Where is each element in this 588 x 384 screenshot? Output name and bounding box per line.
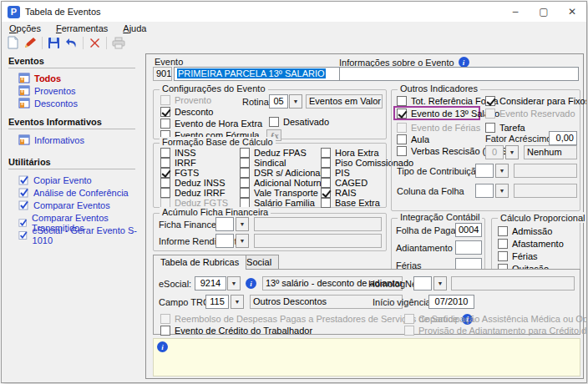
checkbox-provisao-adiantamento[interactable]: Provisão de Adiantamento para Crédito do… [404,325,587,336]
checkbox-label: Desativado [283,117,329,127]
sidebar-item-proventos[interactable]: Proventos [18,85,76,96]
checkbox-desativado[interactable]: Desativado [269,116,329,128]
checkbox-box [485,96,495,106]
tipo-contribuicao-value[interactable] [475,164,494,178]
checkbox-tot-referencia-folha[interactable]: Tot. Referência Folha [397,95,499,107]
checkbox-evento-reservado[interactable]: Evento Reservado [485,108,575,119]
checkbox-evento-ferias[interactable]: Evento de Férias [397,122,480,134]
sidebar-item-descontos[interactable]: Descontos [18,98,78,109]
campo-trct-dropdown[interactable]: ▼ [231,295,244,309]
checkbox-box [404,326,414,336]
homolognet-text [451,276,575,291]
esocial-label: eSocial: [159,279,191,289]
informe-rendimentos-text [254,234,382,248]
title-bar: P Tabela de Eventos – ▢ ✕ [2,2,586,22]
edit-pencil-icon[interactable] [22,35,39,50]
checkbox-evento-13-salario[interactable]: Evento de 13º Salário [397,108,499,119]
checkbox-box [160,95,170,105]
rescisao-combo-text: Nenhum [524,145,577,159]
checkbox-box [160,107,170,117]
ficha-financeira-dropdown[interactable]: ▼ [236,217,249,231]
menu-opcoes[interactable]: Opções [2,23,48,33]
toolbar [2,34,586,51]
info-icon[interactable] [246,278,256,289]
checkbox-box [404,314,414,324]
adiantamento-label: Adiantamento [396,243,453,253]
close-button[interactable]: ✕ [558,2,586,22]
homolognet-dropdown[interactable]: ▼ [433,276,447,291]
sidebar-item-copiar-evento[interactable]: Copiar Evento [18,175,92,185]
checkbox-box [160,326,170,336]
coluna-folha-value[interactable] [475,184,494,198]
checkbox-box [160,314,170,324]
checkbox-box [397,134,407,144]
toolbar-separator [106,37,107,49]
informe-rendimentos-dropdown[interactable]: ▼ [236,234,249,248]
undo-icon[interactable] [63,35,80,50]
checkbox-coparticipacao[interactable]: Coparticipação Assistência Médica ou Odo… [404,313,587,325]
coluna-folha-label: Coluna da Folha [397,186,464,196]
new-document-icon[interactable] [4,35,22,50]
tab-tabela-rubricas[interactable]: Tabela de Rubricas [153,255,246,270]
checkbox-hora-extra-evento[interactable]: Evento de Hora Extra [160,118,262,129]
inicio-vigencia-label: Início vigência: [373,297,433,307]
adiantamento-field[interactable] [455,240,482,255]
menu-ajuda[interactable]: Ajuda [115,23,154,33]
checkbox-box [269,117,279,127]
menu-ferramentas[interactable]: Ferramentas [48,23,115,33]
group-title: Cálculo Proporcional [500,213,585,223]
sidebar-item-label: Proventos [34,86,76,96]
ficha-financeira-value[interactable] [215,217,234,231]
campo-trct-value[interactable]: 115 [205,295,229,309]
checkbox-aula[interactable]: Aula [397,134,429,145]
sidebar: Eventos Todos Proventos Descontos Evento… [2,51,144,382]
sidebar-item-label: Copiar Evento [33,175,92,185]
checkbox-considerar-fixos[interactable]: Considerar para Fixos Salariais [485,95,587,107]
checkbox-afastamento[interactable]: Afastamento [498,238,564,250]
homolognet-value[interactable] [413,276,432,291]
info-icon[interactable] [157,341,168,352]
main-panel: Evento 901 PRIMEIRA PARCELA 13º SALARIO … [145,53,584,379]
rotina-value[interactable]: 05 [269,94,288,109]
tipo-contribuicao-dropdown[interactable]: ▼ [495,164,509,178]
checkbox-base-extra[interactable]: Base Extra [321,197,380,209]
checkbox-box [498,226,508,236]
check-task-icon [18,230,28,240]
checkbox-label: Evento de Hora Extra [175,119,262,129]
informe-rendimentos-value[interactable] [215,234,234,248]
sidebar-item-esocial-s1010[interactable]: eSocial - Gerar Evento S-1010 [18,225,144,245]
checkbox-desconto[interactable]: Desconto [160,106,213,118]
folha-pagamento-field[interactable]: 0004 [455,223,482,237]
rescisao-dropdown[interactable]: ▼ [505,145,519,159]
esocial-dropdown[interactable]: ▼ [227,276,241,291]
window-title: Tabela de Eventos [25,7,101,17]
minimize-button[interactable]: – [501,2,530,22]
checkbox-evento-credito-trabalhador[interactable]: Evento de Crédito do Trabalhador [160,325,312,336]
checkbox-box [485,109,495,119]
sidebar-item-label: eSocial - Gerar Evento S-1010 [33,225,144,245]
save-icon[interactable] [45,35,63,50]
sidebar-item-label: Análise de Conferência [33,188,129,198]
evento-label: Evento [155,57,183,67]
evento-code-field[interactable]: 901 [153,67,172,81]
sidebar-item-todos[interactable]: Todos [18,73,61,83]
sidebar-item-informativos[interactable]: Informativos [18,134,84,145]
info-evento-input[interactable] [339,67,579,81]
delete-icon[interactable] [86,35,104,50]
rotina-dropdown-button[interactable]: ▼ [289,94,302,109]
fator-acrescimo-field[interactable]: 0,00 [549,131,577,145]
info-evento-label: Informações sobre o Evento [339,58,454,68]
evento-name-input[interactable]: PRIMEIRA PARCELA 13º SALARIO [174,67,345,81]
maximize-button[interactable]: ▢ [530,2,558,22]
checkbox-box [321,198,331,208]
divider [8,169,135,169]
checkbox-tarefa[interactable]: Tarefa [485,122,525,134]
rescisao-combo-value[interactable]: 0 [485,145,504,159]
sidebar-item-comparar-eventos[interactable]: Comparar Eventos [18,200,110,210]
checkbox-provento[interactable]: Provento [160,94,211,106]
sidebar-item-analise-conferencia[interactable]: Análise de Conferência [18,188,129,198]
coluna-folha-dropdown[interactable]: ▼ [495,184,509,198]
esocial-value[interactable]: 9214 [195,276,226,291]
checkbox-admissao[interactable]: Admissão [498,225,552,237]
inicio-vigencia-field[interactable]: 07/2010 [428,295,474,309]
